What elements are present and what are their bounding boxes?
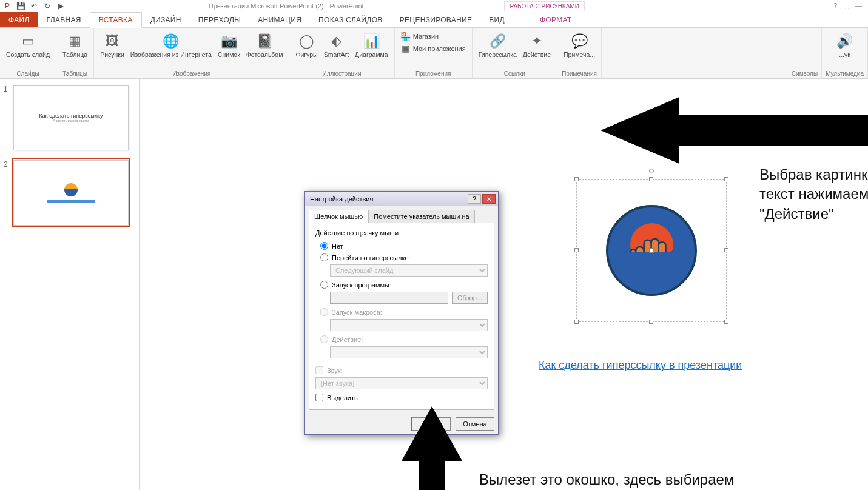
photo-album-button[interactable]: 📓Фотоальбом	[244, 30, 286, 59]
group-label: Мультимедиа	[826, 69, 864, 77]
radio-object-action[interactable]: Действие:	[315, 334, 488, 345]
shapes-button[interactable]: ◯Фигуры	[293, 30, 320, 59]
group-label: Приложения	[415, 69, 451, 77]
radio-hyperlink[interactable]: Перейти по гиперссылке:	[315, 252, 488, 263]
help-icon[interactable]: ?	[833, 2, 837, 10]
object-action-select[interactable]	[330, 346, 488, 358]
resize-handle[interactable]	[724, 320, 728, 324]
resize-handle[interactable]	[724, 177, 728, 181]
slide-hyperlink-text[interactable]: Как сделать гиперссылку в презентации	[539, 359, 742, 372]
pictures-button[interactable]: 🖼Рисунки	[98, 30, 127, 59]
hyperlink-button[interactable]: 🔗Гиперссылка	[476, 30, 519, 59]
slide-thumbnail-1[interactable]: Как сделать гиперссылку А сделать ввод н…	[13, 85, 129, 150]
resize-handle[interactable]	[574, 320, 579, 324]
slide-canvas[interactable]: Как сделать гиперссылку в презентации На…	[140, 79, 868, 490]
radio-hyperlink-input[interactable]	[320, 253, 328, 261]
store-button[interactable]: 🏪Магазин	[399, 30, 468, 42]
checkbox-sound[interactable]: Звук:	[315, 364, 488, 376]
resize-handle[interactable]	[649, 177, 653, 181]
online-pictures-button[interactable]: 🌐Изображения из Интернета	[128, 30, 214, 59]
tab-slideshow[interactable]: ПОКАЗ СЛАЙДОВ	[310, 12, 391, 27]
group-label: Изображения	[172, 69, 210, 77]
radio-run-macro[interactable]: Запуск макроса:	[315, 306, 488, 318]
redo-icon[interactable]: ↻	[42, 1, 52, 11]
dialog-tab-click[interactable]: Щелчок мышью	[309, 210, 368, 223]
chart-button[interactable]: 📊Диаграмма	[352, 30, 391, 59]
apps-icon: ▣	[401, 44, 411, 53]
resize-handle[interactable]	[724, 248, 728, 252]
annotation-arrow-up-icon	[402, 406, 462, 490]
tab-review[interactable]: РЕЦЕНЗИРОВАНИЕ	[391, 12, 481, 27]
tab-home[interactable]: ГЛАВНАЯ	[38, 12, 90, 27]
tab-file[interactable]: ФАЙЛ	[0, 12, 38, 27]
screenshot-button[interactable]: 📷Снимок	[215, 30, 243, 59]
radio-object-action-input[interactable]	[320, 335, 328, 343]
checkbox-sound-input[interactable]	[315, 366, 323, 374]
dialog-tabs: Щелчок мышью Поместите указатель мыши на	[305, 206, 498, 223]
dialog-help-icon[interactable]: ?	[468, 194, 481, 204]
tab-insert[interactable]: ВСТАВКА	[90, 12, 142, 28]
radio-run-program-input[interactable]	[320, 281, 328, 289]
undo-icon[interactable]: ↶	[29, 1, 39, 11]
thumbnail-row[interactable]: 1 Как сделать гиперссылку А сделать ввод…	[4, 85, 135, 150]
action-button[interactable]: ✦Действие	[520, 30, 553, 59]
checkbox-highlight-input[interactable]	[315, 394, 323, 401]
tab-animations[interactable]: АНИМАЦИЯ	[249, 12, 310, 27]
group-comments: 💬Примеча... Примечания	[557, 28, 602, 78]
program-path-input[interactable]	[330, 292, 448, 304]
selected-picture[interactable]	[576, 179, 727, 322]
dialog-title: Настройка действия	[310, 195, 373, 203]
radio-none-input[interactable]	[320, 242, 328, 250]
radio-run-macro-input[interactable]	[320, 308, 328, 316]
rotate-handle[interactable]	[649, 169, 654, 173]
annotation-arrow-left-icon	[601, 97, 868, 164]
browse-button[interactable]: Обзор...	[452, 292, 488, 304]
group-label: Таблицы	[62, 69, 87, 77]
radio-run-program[interactable]: Запуск программы:	[315, 279, 488, 290]
dialog-tab-hover[interactable]: Поместите указатель мыши на	[368, 210, 475, 223]
store-icon: 🏪	[401, 32, 411, 41]
my-apps-button[interactable]: ▣Мои приложения	[399, 42, 468, 55]
tab-format[interactable]: ФОРМАТ	[531, 12, 580, 27]
resize-handle[interactable]	[574, 248, 579, 252]
hyperlink-select[interactable]: Следующий слайд	[330, 264, 488, 277]
slide-thumbnail-2[interactable]	[13, 160, 129, 226]
ribbon-toggle-icon[interactable]: ⬚	[843, 2, 849, 10]
chart-icon: 📊	[362, 32, 381, 51]
resize-handle[interactable]	[574, 177, 579, 181]
sound-select[interactable]: [Нет звука]	[315, 377, 488, 389]
hyperlink-combo[interactable]: Следующий слайд	[330, 264, 488, 277]
macro-select[interactable]	[330, 319, 488, 331]
album-icon: 📓	[255, 32, 274, 51]
dialog-section-title: Действие по щелчку мыши	[315, 229, 488, 237]
radio-none[interactable]: Нет	[315, 240, 488, 252]
dialog-titlebar[interactable]: Настройка действия ? ✕	[305, 192, 498, 206]
action-icon: ✦	[527, 32, 547, 51]
svg-marker-0	[601, 97, 868, 164]
comment-button[interactable]: 💬Примеча...	[561, 30, 597, 59]
thumb-logo-icon	[64, 183, 78, 196]
thumbnail-row[interactable]: 2	[4, 160, 135, 226]
sound-combo: [Нет звука]	[315, 377, 488, 389]
tab-design[interactable]: ДИЗАЙН	[142, 12, 190, 27]
tab-view[interactable]: ВИД	[480, 12, 513, 27]
smartart-button[interactable]: ⬖SmartArt	[321, 30, 351, 59]
dialog-close-icon[interactable]: ✕	[482, 194, 496, 204]
slide-thumbnails-panel[interactable]: 1 Как сделать гиперссылку А сделать ввод…	[0, 79, 140, 490]
thumb-title: Как сделать гиперссылку	[39, 113, 103, 119]
start-slideshow-icon[interactable]: ▶	[56, 1, 66, 11]
audio-button[interactable]: 🔊...ук	[832, 30, 858, 59]
tab-transitions[interactable]: ПЕРЕХОДЫ	[190, 12, 249, 27]
table-button[interactable]: ▦Таблица	[60, 30, 90, 59]
window-buttons: ? ⬚ —	[827, 2, 868, 10]
quick-access-toolbar: P 💾 ↶ ↻ ▶	[0, 1, 68, 11]
ribbon-tabs: ФАЙЛ ГЛАВНАЯ ВСТАВКА ДИЗАЙН ПЕРЕХОДЫ АНИ…	[0, 12, 868, 28]
new-slide-button[interactable]: ▭Создать слайд	[4, 30, 52, 59]
annotation-text-top: Выбрав картинку или текст нажимаем "Дейс…	[759, 165, 868, 224]
shapes-icon: ◯	[297, 32, 317, 51]
resize-handle[interactable]	[649, 320, 653, 324]
checkbox-highlight[interactable]: Выделить	[315, 392, 488, 403]
new-slide-icon: ▭	[18, 32, 38, 51]
save-icon[interactable]: 💾	[16, 1, 25, 11]
minimize-icon[interactable]: —	[855, 2, 862, 10]
